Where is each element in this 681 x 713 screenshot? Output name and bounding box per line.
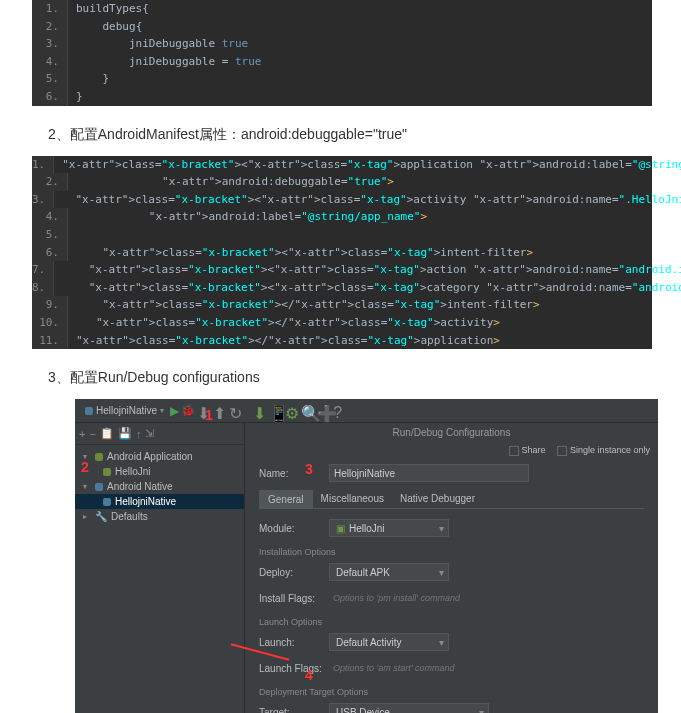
tab-miscellaneous[interactable]: Miscellaneous — [313, 490, 392, 508]
wrench-icon: 🔧 — [95, 511, 107, 522]
launch-label: Launch: — [259, 637, 329, 648]
tree-android-native[interactable]: ▾Android Native — [75, 479, 244, 494]
config-form-panel: Run/Debug Configurations Share Single in… — [245, 423, 658, 713]
name-label: Name: — [259, 468, 329, 479]
module-dropdown[interactable]: ▣HelloJni — [329, 519, 449, 537]
toolbar-icon[interactable]: ? — [333, 404, 347, 418]
tab-native-debugger[interactable]: Native Debugger — [392, 490, 483, 508]
dialog-title: Run/Debug Configurations — [245, 423, 658, 442]
launch-section-label: Launch Options — [259, 617, 644, 627]
tree-hellojni-native[interactable]: HellojniNative — [75, 494, 244, 509]
launch-dropdown[interactable]: Default Activity — [329, 633, 449, 651]
move-up-button[interactable]: ↑ — [136, 428, 142, 440]
native-icon — [95, 483, 103, 491]
deploy-dropdown[interactable]: Default APK — [329, 563, 449, 581]
install-flags-label: Install Flags: — [259, 593, 329, 604]
config-tree: ▾Android Application HelloJni ▾Android N… — [75, 445, 244, 528]
toolbar-icon[interactable]: ↻ — [229, 404, 243, 418]
run-config-selector[interactable]: HellojniNative ▾ — [81, 405, 168, 416]
share-checkbox[interactable]: Share — [509, 445, 546, 456]
launch-flags-input[interactable] — [329, 659, 529, 677]
config-tabs: General Miscellaneous Native Debugger — [259, 490, 644, 509]
toolbar-icon[interactable]: ⬇ — [253, 404, 267, 418]
add-config-button[interactable]: + — [79, 428, 85, 440]
copy-config-button[interactable]: 📋 — [100, 427, 114, 440]
toolbar-icon[interactable]: ⚙ — [285, 404, 299, 418]
step-2-heading: 2、配置AndroidManifest属性：android:debuggable… — [48, 126, 649, 144]
config-tree-panel: + − 📋 💾 ↑ ⇲ ▾Android Application HelloJn… — [75, 423, 245, 713]
module-label: Module: — [259, 523, 329, 534]
target-label: Target: — [259, 707, 329, 713]
deploy-label: Deploy: — [259, 567, 329, 578]
deploy-target-section-label: Deployment Target Options — [259, 687, 644, 697]
main-toolbar: HellojniNative ▾ ▶ 🐞 ⬇ ⬆ ↻ ⬇ 📱 ⚙ 🔍 ➕ ? — [75, 399, 658, 423]
tree-defaults[interactable]: ▸🔧Defaults — [75, 509, 244, 524]
tab-general[interactable]: General — [259, 490, 313, 509]
name-input[interactable] — [329, 464, 529, 482]
launch-flags-label: Launch Flags: — [259, 663, 329, 674]
collapse-button[interactable]: ⇲ — [145, 427, 154, 440]
toolbar-icon[interactable]: ⬆ — [213, 404, 227, 418]
tree-toolbar: + − 📋 💾 ↑ ⇲ — [75, 423, 244, 445]
debug-icon[interactable]: 🐞 — [181, 404, 195, 417]
toolbar-icon[interactable]: 🔍 — [301, 404, 315, 418]
install-flags-input[interactable] — [329, 589, 529, 607]
toolbar-icon[interactable]: ➕ — [317, 404, 331, 418]
line-number: 1. — [32, 0, 68, 18]
remove-config-button[interactable]: − — [89, 428, 95, 440]
single-instance-checkbox[interactable]: Single instance only — [557, 445, 650, 456]
install-section-label: Installation Options — [259, 547, 644, 557]
toolbar-icon[interactable]: ⬇ — [197, 404, 211, 418]
android-icon — [103, 468, 111, 476]
android-icon — [95, 453, 103, 461]
native-icon — [103, 498, 111, 506]
ide-screenshot: HellojniNative ▾ ▶ 🐞 ⬇ ⬆ ↻ ⬇ 📱 ⚙ 🔍 ➕ ? +… — [75, 399, 658, 713]
tree-hellojni[interactable]: HelloJni — [75, 464, 244, 479]
target-dropdown[interactable]: USB Device — [329, 703, 489, 713]
step-3-heading: 3、配置Run/Debug configurations — [48, 369, 649, 387]
toolbar-icon[interactable]: 📱 — [269, 404, 283, 418]
code-block-gradle: 1.buildTypes{ 2. debug{ 3. jniDebuggable… — [32, 0, 652, 106]
code-block-manifest: 1."x-attr">class="x-bracket"><"x-attr">c… — [32, 156, 652, 350]
run-icon[interactable]: ▶ — [170, 404, 179, 418]
tree-android-app[interactable]: ▾Android Application — [75, 449, 244, 464]
save-config-button[interactable]: 💾 — [118, 427, 132, 440]
native-icon — [85, 407, 93, 415]
